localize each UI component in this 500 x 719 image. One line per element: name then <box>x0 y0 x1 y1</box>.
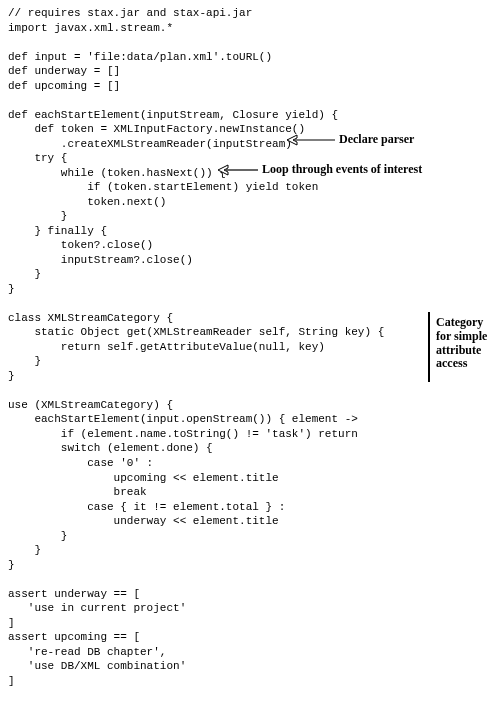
code-line: underway << element.title <box>8 515 279 527</box>
code-line: } <box>8 268 41 280</box>
code-line: assert underway == [ <box>8 588 140 600</box>
code-line: } <box>8 544 41 556</box>
code-line: if (element.name.toString() != 'task') r… <box>8 428 358 440</box>
code-line: 're-read DB chapter', <box>8 646 166 658</box>
code-line: switch (element.done) { <box>8 442 213 454</box>
code-line: } <box>8 370 15 382</box>
code-line: def eachStartElement(inputStream, Closur… <box>8 109 338 121</box>
code-line: while (token.hasNext()) { <box>8 167 226 179</box>
code-line: ] <box>8 675 15 687</box>
annotation-loop-events: Loop through events of interest <box>262 163 422 177</box>
code-line: static Object get(XMLStreamReader self, … <box>8 326 384 338</box>
code-line: return self.getAttributeValue(null, key) <box>8 341 325 353</box>
code-line: 'use in current project' <box>8 602 186 614</box>
code-line: } finally { <box>8 225 107 237</box>
code-line: def input = 'file:data/plan.xml'.toURL() <box>8 51 272 63</box>
code-block: // requires stax.jar and stax-api.jar im… <box>8 6 492 688</box>
code-line: eachStartElement(input.openStream()) { e… <box>8 413 358 425</box>
code-line: 'use DB/XML combination' <box>8 660 186 672</box>
code-line: } <box>8 355 41 367</box>
code-line: // requires stax.jar and stax-api.jar <box>8 7 252 19</box>
code-line: } <box>8 559 15 571</box>
code-line: if (token.startElement) yield token <box>8 181 318 193</box>
code-line: token?.close() <box>8 239 153 251</box>
code-line: break <box>8 486 147 498</box>
code-line: ] <box>8 617 15 629</box>
code-line: use (XMLStreamCategory) { <box>8 399 173 411</box>
code-line: inputStream?.close() <box>8 254 193 266</box>
code-line: } <box>8 530 67 542</box>
code-line: def upcoming = [] <box>8 80 120 92</box>
code-line: .createXMLStreamReader(inputStream) <box>8 138 292 150</box>
code-line: } <box>8 210 67 222</box>
code-line: } <box>8 283 15 295</box>
code-line: class XMLStreamCategory { <box>8 312 173 324</box>
code-line: token.next() <box>8 196 166 208</box>
annotation-declare-parser: Declare parser <box>339 133 414 147</box>
side-bracket <box>428 312 430 382</box>
code-line: def token = XMLInputFactory.newInstance(… <box>8 123 305 135</box>
code-line: try { <box>8 152 67 164</box>
code-line: assert upcoming == [ <box>8 631 140 643</box>
code-line: case '0' : <box>8 457 153 469</box>
code-line: upcoming << element.title <box>8 472 279 484</box>
annotation-category-access: Category for simple attribute access <box>436 316 496 371</box>
code-line: import javax.xml.stream.* <box>8 22 173 34</box>
code-line: case { it != element.total } : <box>8 501 285 513</box>
code-line: def underway = [] <box>8 65 120 77</box>
